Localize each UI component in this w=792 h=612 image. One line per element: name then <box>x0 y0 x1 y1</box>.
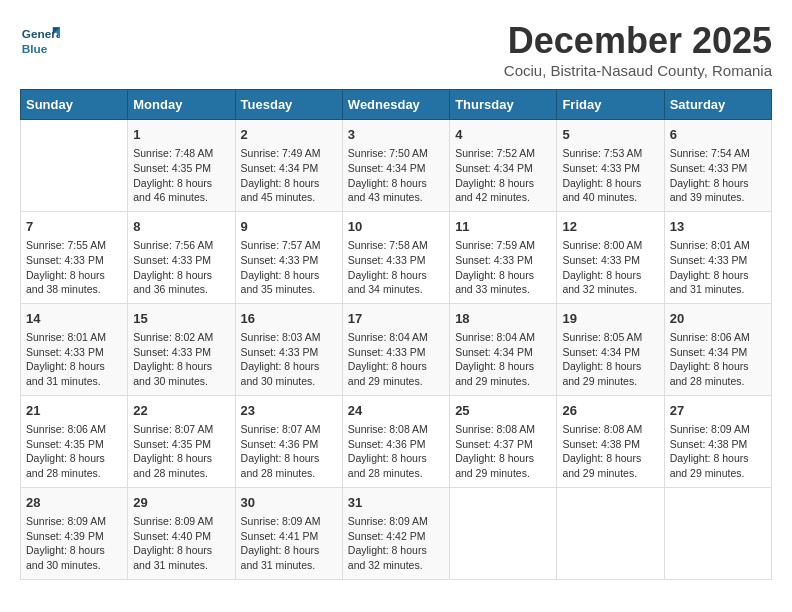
day-number: 30 <box>241 494 337 512</box>
calendar-day-cell: 4Sunrise: 7:52 AMSunset: 4:34 PMDaylight… <box>450 120 557 212</box>
day-info: Sunrise: 8:03 AMSunset: 4:33 PMDaylight:… <box>241 330 337 389</box>
calendar-day-cell: 16Sunrise: 8:03 AMSunset: 4:33 PMDayligh… <box>235 303 342 395</box>
day-info: Sunrise: 8:08 AMSunset: 4:38 PMDaylight:… <box>562 422 658 481</box>
day-info: Sunrise: 8:01 AMSunset: 4:33 PMDaylight:… <box>670 238 766 297</box>
day-info: Sunrise: 8:09 AMSunset: 4:38 PMDaylight:… <box>670 422 766 481</box>
day-info: Sunrise: 7:50 AMSunset: 4:34 PMDaylight:… <box>348 146 444 205</box>
day-number: 5 <box>562 126 658 144</box>
calendar-day-cell: 10Sunrise: 7:58 AMSunset: 4:33 PMDayligh… <box>342 211 449 303</box>
calendar-day-cell: 23Sunrise: 8:07 AMSunset: 4:36 PMDayligh… <box>235 395 342 487</box>
calendar-week-row: 1Sunrise: 7:48 AMSunset: 4:35 PMDaylight… <box>21 120 772 212</box>
day-info: Sunrise: 8:08 AMSunset: 4:37 PMDaylight:… <box>455 422 551 481</box>
calendar-day-cell: 14Sunrise: 8:01 AMSunset: 4:33 PMDayligh… <box>21 303 128 395</box>
day-number: 17 <box>348 310 444 328</box>
day-info: Sunrise: 8:09 AMSunset: 4:41 PMDaylight:… <box>241 514 337 573</box>
calendar-day-cell: 21Sunrise: 8:06 AMSunset: 4:35 PMDayligh… <box>21 395 128 487</box>
day-info: Sunrise: 7:56 AMSunset: 4:33 PMDaylight:… <box>133 238 229 297</box>
day-info: Sunrise: 8:07 AMSunset: 4:36 PMDaylight:… <box>241 422 337 481</box>
calendar-day-cell <box>450 487 557 579</box>
calendar-day-cell: 25Sunrise: 8:08 AMSunset: 4:37 PMDayligh… <box>450 395 557 487</box>
day-info: Sunrise: 8:02 AMSunset: 4:33 PMDaylight:… <box>133 330 229 389</box>
calendar-day-cell: 30Sunrise: 8:09 AMSunset: 4:41 PMDayligh… <box>235 487 342 579</box>
calendar-week-row: 21Sunrise: 8:06 AMSunset: 4:35 PMDayligh… <box>21 395 772 487</box>
day-of-week-header: Monday <box>128 90 235 120</box>
day-number: 11 <box>455 218 551 236</box>
calendar-week-row: 14Sunrise: 8:01 AMSunset: 4:33 PMDayligh… <box>21 303 772 395</box>
calendar-day-cell: 8Sunrise: 7:56 AMSunset: 4:33 PMDaylight… <box>128 211 235 303</box>
day-info: Sunrise: 7:54 AMSunset: 4:33 PMDaylight:… <box>670 146 766 205</box>
day-number: 28 <box>26 494 122 512</box>
calendar-day-cell: 28Sunrise: 8:09 AMSunset: 4:39 PMDayligh… <box>21 487 128 579</box>
day-info: Sunrise: 8:09 AMSunset: 4:40 PMDaylight:… <box>133 514 229 573</box>
day-info: Sunrise: 8:08 AMSunset: 4:36 PMDaylight:… <box>348 422 444 481</box>
calendar-day-cell: 2Sunrise: 7:49 AMSunset: 4:34 PMDaylight… <box>235 120 342 212</box>
day-number: 21 <box>26 402 122 420</box>
day-number: 15 <box>133 310 229 328</box>
day-info: Sunrise: 7:55 AMSunset: 4:33 PMDaylight:… <box>26 238 122 297</box>
calendar-day-cell: 29Sunrise: 8:09 AMSunset: 4:40 PMDayligh… <box>128 487 235 579</box>
svg-text:Blue: Blue <box>22 42 48 56</box>
day-number: 20 <box>670 310 766 328</box>
day-info: Sunrise: 8:04 AMSunset: 4:33 PMDaylight:… <box>348 330 444 389</box>
calendar-day-cell: 22Sunrise: 8:07 AMSunset: 4:35 PMDayligh… <box>128 395 235 487</box>
calendar-day-cell: 3Sunrise: 7:50 AMSunset: 4:34 PMDaylight… <box>342 120 449 212</box>
location-subtitle: Cociu, Bistrita-Nasaud County, Romania <box>504 62 772 79</box>
day-number: 12 <box>562 218 658 236</box>
day-of-week-header: Friday <box>557 90 664 120</box>
day-number: 25 <box>455 402 551 420</box>
day-number: 1 <box>133 126 229 144</box>
page-header: General Blue December 2025 Cociu, Bistri… <box>20 20 772 79</box>
calendar-day-cell: 9Sunrise: 7:57 AMSunset: 4:33 PMDaylight… <box>235 211 342 303</box>
day-number: 23 <box>241 402 337 420</box>
day-number: 2 <box>241 126 337 144</box>
title-block: December 2025 Cociu, Bistrita-Nasaud Cou… <box>504 20 772 79</box>
day-of-week-header: Tuesday <box>235 90 342 120</box>
calendar-day-cell: 19Sunrise: 8:05 AMSunset: 4:34 PMDayligh… <box>557 303 664 395</box>
day-number: 7 <box>26 218 122 236</box>
day-info: Sunrise: 8:09 AMSunset: 4:39 PMDaylight:… <box>26 514 122 573</box>
logo: General Blue <box>20 20 64 60</box>
day-number: 9 <box>241 218 337 236</box>
day-info: Sunrise: 8:07 AMSunset: 4:35 PMDaylight:… <box>133 422 229 481</box>
calendar-day-cell: 17Sunrise: 8:04 AMSunset: 4:33 PMDayligh… <box>342 303 449 395</box>
calendar-day-cell: 6Sunrise: 7:54 AMSunset: 4:33 PMDaylight… <box>664 120 771 212</box>
day-of-week-header: Sunday <box>21 90 128 120</box>
day-info: Sunrise: 8:06 AMSunset: 4:35 PMDaylight:… <box>26 422 122 481</box>
day-number: 8 <box>133 218 229 236</box>
calendar-day-cell: 24Sunrise: 8:08 AMSunset: 4:36 PMDayligh… <box>342 395 449 487</box>
day-info: Sunrise: 8:05 AMSunset: 4:34 PMDaylight:… <box>562 330 658 389</box>
day-info: Sunrise: 7:59 AMSunset: 4:33 PMDaylight:… <box>455 238 551 297</box>
calendar-table: SundayMondayTuesdayWednesdayThursdayFrid… <box>20 89 772 580</box>
day-of-week-header: Saturday <box>664 90 771 120</box>
calendar-day-cell: 12Sunrise: 8:00 AMSunset: 4:33 PMDayligh… <box>557 211 664 303</box>
calendar-day-cell <box>557 487 664 579</box>
day-number: 26 <box>562 402 658 420</box>
calendar-day-cell: 1Sunrise: 7:48 AMSunset: 4:35 PMDaylight… <box>128 120 235 212</box>
calendar-week-row: 7Sunrise: 7:55 AMSunset: 4:33 PMDaylight… <box>21 211 772 303</box>
day-info: Sunrise: 8:06 AMSunset: 4:34 PMDaylight:… <box>670 330 766 389</box>
day-number: 29 <box>133 494 229 512</box>
calendar-day-cell: 11Sunrise: 7:59 AMSunset: 4:33 PMDayligh… <box>450 211 557 303</box>
calendar-day-cell: 7Sunrise: 7:55 AMSunset: 4:33 PMDaylight… <box>21 211 128 303</box>
day-number: 19 <box>562 310 658 328</box>
day-info: Sunrise: 7:57 AMSunset: 4:33 PMDaylight:… <box>241 238 337 297</box>
calendar-week-row: 28Sunrise: 8:09 AMSunset: 4:39 PMDayligh… <box>21 487 772 579</box>
day-of-week-header: Thursday <box>450 90 557 120</box>
day-number: 3 <box>348 126 444 144</box>
calendar-day-cell <box>21 120 128 212</box>
day-number: 16 <box>241 310 337 328</box>
day-number: 27 <box>670 402 766 420</box>
logo-icon: General Blue <box>20 20 60 60</box>
day-number: 18 <box>455 310 551 328</box>
day-info: Sunrise: 7:48 AMSunset: 4:35 PMDaylight:… <box>133 146 229 205</box>
day-info: Sunrise: 8:01 AMSunset: 4:33 PMDaylight:… <box>26 330 122 389</box>
month-title: December 2025 <box>504 20 772 62</box>
day-number: 22 <box>133 402 229 420</box>
day-number: 10 <box>348 218 444 236</box>
calendar-day-cell: 27Sunrise: 8:09 AMSunset: 4:38 PMDayligh… <box>664 395 771 487</box>
calendar-day-cell: 26Sunrise: 8:08 AMSunset: 4:38 PMDayligh… <box>557 395 664 487</box>
calendar-day-cell: 15Sunrise: 8:02 AMSunset: 4:33 PMDayligh… <box>128 303 235 395</box>
calendar-header-row: SundayMondayTuesdayWednesdayThursdayFrid… <box>21 90 772 120</box>
day-number: 13 <box>670 218 766 236</box>
day-number: 14 <box>26 310 122 328</box>
